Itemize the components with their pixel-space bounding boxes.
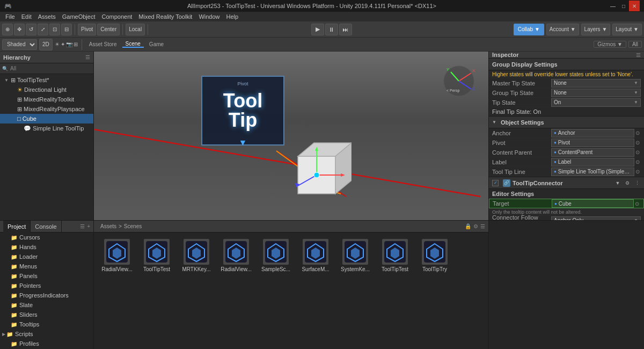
folder-cursors[interactable]: 📁 Cursors [0,232,93,242]
folder-tooltips[interactable]: 📁 Tooltips [0,319,93,329]
section-arrow: ▼ [492,120,496,125]
menu-file[interactable]: File [2,13,18,20]
2d-toggle[interactable]: 2D [39,39,53,50]
bottom-menu-icon[interactable]: ☰ [80,223,85,229]
file-item-radialview2[interactable]: RadialView... [217,237,255,274]
local-button[interactable]: Local [126,24,145,35]
dropdown-arrow[interactable]: ▼ [634,100,638,105]
transform-tool-1[interactable]: ✥ [14,24,25,35]
pivot-pick-icon[interactable]: ⊙ [634,140,641,146]
file-item-samplesc[interactable]: SampleSc... [257,237,295,274]
hierarchy-item-tooltiptest[interactable]: ▼ ⊞ ToolTipTest* [0,75,93,85]
minimize-button[interactable]: — [608,1,618,11]
hierarchy-menu-icon[interactable]: ☰ [85,54,90,60]
target-row: Target Cube ⊙ [489,199,644,208]
anchor-pick-icon[interactable]: ⊙ [634,130,641,136]
folder-panels[interactable]: 📁 Panels [0,271,93,281]
file-browser-lock-icon[interactable]: 🔒 [465,223,471,229]
file-item-tooltiptry[interactable]: ToolTipTry [416,237,453,274]
comp-menu-icon[interactable]: ⋮ [633,179,641,187]
menu-gameobject[interactable]: GameObject [59,13,99,20]
file-item-radialview[interactable]: RadialView... [98,237,136,274]
scene-resolution[interactable]: All [628,41,642,48]
tooltip-arrow-icon: ▼ [239,138,247,148]
game-tab[interactable]: Game [146,41,167,47]
label-pick-icon[interactable]: ⊙ [634,159,641,165]
tooltip-connector-enabled[interactable] [492,180,499,186]
hierarchy-item-cube[interactable]: □ Cube [0,114,93,123]
hierarchy-item-playspace[interactable]: ⊞ MixedRealityPlayspace [0,104,93,114]
console-tab[interactable]: Console [31,221,61,232]
collab-button[interactable]: Collab ▼ [514,24,544,35]
breadcrumb-scenes[interactable]: Scenes [124,223,142,229]
ttl-pick-icon[interactable]: ⊙ [634,169,641,174]
maximize-button[interactable]: □ [618,1,629,11]
target-pick-icon[interactable]: ⊙ [634,201,640,207]
file-item-systemke[interactable]: SystemKe... [336,237,374,274]
anchor-row: Anchor Anchor ⊙ [489,128,644,138]
menu-window[interactable]: Window [195,13,223,20]
toolbar-separator-3 [148,24,148,35]
play-button[interactable]: ▶ [311,24,324,35]
dropdown-arrow[interactable]: ▼ [634,218,638,220]
scene-tab[interactable]: Scene [122,41,144,48]
menu-assets[interactable]: Assets [35,13,59,20]
file-item-mrtkkey[interactable]: MRTKKey... [178,237,215,274]
folder-icon: 📁 [6,331,13,337]
layers-button[interactable]: Layers ▼ [581,24,611,35]
center-button[interactable]: Center [97,24,120,35]
folder-hands[interactable]: 📁 Hands [0,242,93,252]
close-button[interactable]: ✕ [629,1,640,11]
breadcrumb-assets[interactable]: Assets [100,223,116,229]
pivot-button[interactable]: Pivot [78,24,96,35]
transform-tool-0[interactable]: ⊕ [2,24,13,35]
project-tab[interactable]: Project [3,221,31,232]
folder-progress[interactable]: 📁 ProgressIndicators [0,290,93,300]
transform-tool-5[interactable]: ⊟ [61,24,72,35]
menu-component[interactable]: Component [98,13,135,20]
menu-edit[interactable]: Edit [18,13,35,20]
menu-mrtk[interactable]: Mixed Reality Toolkit [135,13,195,20]
menu-help[interactable]: Help [223,13,242,20]
transform-tool-3[interactable]: ⤢ [38,24,48,35]
asset-store-tab[interactable]: Asset Store [86,41,120,47]
gizmos-button[interactable]: Gizmos ▼ [594,41,626,48]
file-item-tooltiptest2[interactable]: ToolTipTest [376,237,414,274]
folder-sliders[interactable]: 📁 Sliders [0,310,93,319]
inspector-menu-icon[interactable]: ☰ [636,52,641,58]
file-browser-menu-icon[interactable]: ☰ [480,223,485,229]
anchor-text: Anchor [558,130,575,136]
folder-loader[interactable]: 📁 Loader [0,252,93,261]
dropdown-arrow[interactable]: ▼ [634,90,638,95]
file-browser-settings-icon[interactable]: ⚙ [473,223,478,229]
bottom-add-icon[interactable]: + [87,223,90,229]
comp-settings-icon[interactable]: ⚙ [624,179,631,187]
account-button[interactable]: Account ▼ [546,24,579,35]
step-button[interactable]: ⏭ [339,24,352,35]
folder-profiles[interactable]: 📁 Profiles [0,339,93,348]
menu-bar: File Edit Assets GameObject Component Mi… [0,12,644,21]
folder-pointers[interactable]: 📁 Pointers [0,281,93,290]
layout-button[interactable]: Layout ▼ [612,24,642,35]
hierarchy-item-directional[interactable]: ☀ Directional Light [0,85,93,94]
folder-icon: 📁 [11,244,17,250]
scene-view[interactable]: Pivot ToolTip ▼ [94,52,488,220]
folder-scripts[interactable]: ▶ 📁 Scripts [0,329,93,339]
tip-state-row: Tip State On ▼ [489,98,644,107]
folder-menus[interactable]: 📁 Menus [0,261,93,271]
file-item-tooltiptest1[interactable]: ToolTipTest [138,237,175,274]
folder-slate[interactable]: 📁 Slate [0,300,93,310]
hierarchy-item-simpletip[interactable]: 💬 Simple Line ToolTip [0,123,93,133]
shading-select[interactable]: Shaded [2,39,37,50]
dropdown-arrow[interactable]: ▼ [634,81,638,85]
pause-button[interactable]: ⏸ [325,24,338,35]
target-text: Cube [559,201,572,207]
transform-tool-4[interactable]: ⊡ [49,24,60,35]
file-name: MRTKKey... [182,266,211,272]
comp-expand-icon[interactable]: ▼ [614,179,621,187]
cp-pick-icon[interactable]: ⊙ [634,149,641,155]
tooltip-line-row: Tool Tip Line Simple Line ToolTip (Simpl… [489,167,644,177]
transform-tool-2[interactable]: ↺ [26,24,36,35]
hierarchy-item-mrtk[interactable]: ⊞ MixedRealityToolkit [0,94,93,104]
file-item-surfacem[interactable]: SurfaceM... [297,237,334,274]
